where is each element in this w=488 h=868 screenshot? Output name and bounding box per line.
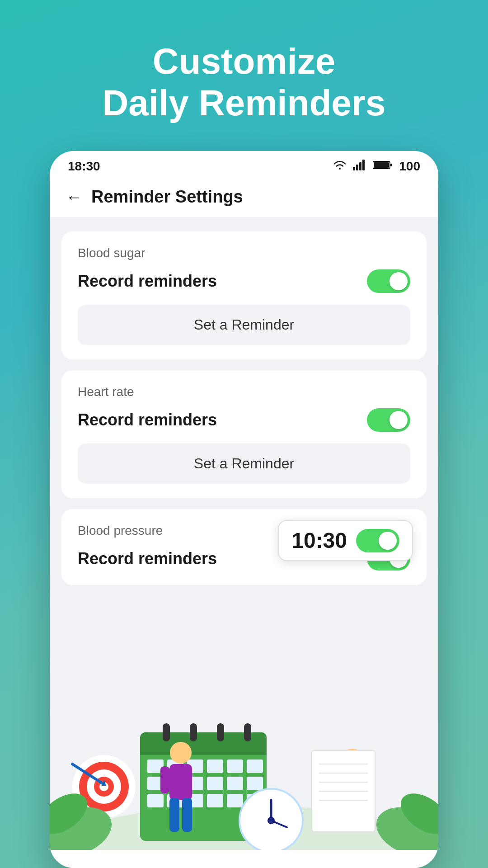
svg-point-44 (170, 742, 192, 764)
svg-rect-12 (190, 723, 197, 741)
header-line1: Customize (103, 41, 386, 82)
svg-rect-25 (227, 777, 243, 790)
blood-sugar-row: Record reminders (78, 269, 410, 293)
svg-rect-47 (183, 766, 192, 793)
blood-sugar-toggle[interactable] (367, 269, 410, 293)
svg-rect-46 (160, 766, 169, 793)
time-badge-value: 10:30 (291, 528, 347, 553)
nav-title: Reminder Settings (91, 187, 243, 207)
status-right: 100 (333, 159, 420, 174)
blood-pressure-card: 10:30 Blood pressure Record reminders (61, 509, 427, 585)
phone-mockup: 18:30 (50, 151, 438, 868)
battery-level: 100 (399, 159, 420, 174)
svg-rect-27 (147, 794, 164, 807)
heart-rate-card: Heart rate Record reminders Set a Remind… (61, 370, 427, 498)
blood-sugar-card: Blood sugar Record reminders Set a Remin… (61, 231, 427, 359)
page-header: Customize Daily Reminders (103, 41, 386, 124)
illustration (50, 705, 438, 850)
svg-rect-0 (353, 167, 355, 170)
svg-rect-5 (374, 162, 389, 168)
svg-rect-26 (247, 777, 263, 790)
svg-rect-1 (356, 165, 358, 170)
svg-rect-56 (182, 805, 192, 832)
heart-rate-row: Record reminders (78, 408, 410, 432)
back-button[interactable]: ← (66, 188, 82, 207)
heart-rate-toggle[interactable] (367, 408, 410, 432)
svg-rect-10 (140, 746, 267, 755)
blood-sugar-record-label: Record reminders (78, 272, 217, 291)
heart-rate-record-label: Record reminders (78, 410, 217, 429)
phone-bottom (50, 850, 438, 868)
svg-rect-6 (390, 164, 392, 166)
heart-rate-set-reminder[interactable]: Set a Reminder (78, 443, 410, 484)
battery-icon (373, 159, 393, 174)
svg-rect-31 (227, 794, 243, 807)
svg-rect-55 (169, 805, 179, 832)
blood-pressure-record-label: Record reminders (78, 549, 217, 568)
svg-rect-11 (163, 723, 170, 741)
header-line2: Daily Reminders (103, 82, 386, 124)
wifi-icon (333, 159, 347, 174)
svg-rect-18 (207, 760, 223, 773)
svg-rect-20 (247, 760, 263, 773)
svg-rect-24 (207, 777, 223, 790)
svg-rect-3 (362, 160, 365, 170)
svg-rect-30 (207, 794, 223, 807)
svg-rect-19 (227, 760, 243, 773)
nav-bar: ← Reminder Settings (50, 178, 438, 218)
heart-rate-label: Heart rate (78, 385, 410, 399)
signal-icon (353, 159, 366, 174)
svg-rect-2 (359, 162, 361, 170)
content-area: Blood sugar Record reminders Set a Remin… (50, 218, 438, 850)
time-badge: 10:30 (278, 520, 413, 561)
status-bar: 18:30 (50, 151, 438, 178)
svg-rect-14 (244, 723, 251, 741)
status-time: 18:30 (68, 159, 100, 174)
blood-sugar-set-reminder[interactable]: Set a Reminder (78, 305, 410, 345)
svg-rect-13 (217, 723, 224, 741)
blood-sugar-label: Blood sugar (78, 246, 410, 260)
time-badge-toggle[interactable] (356, 529, 399, 552)
